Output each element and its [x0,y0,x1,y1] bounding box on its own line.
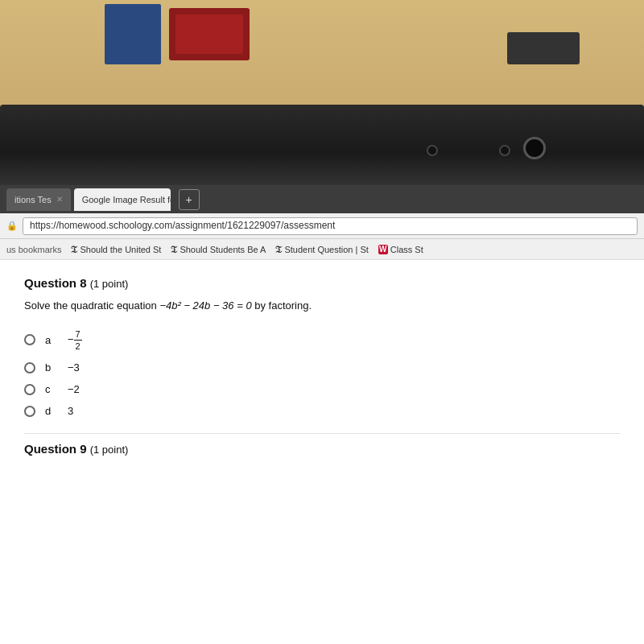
bookmark-2[interactable]: 𝔗 Should Students Be A [171,245,266,254]
bookmark-4-label: Class St [390,245,423,254]
camera-dot-right [499,145,510,156]
bookmark-3[interactable]: 𝔗 Student Question | St [275,245,368,254]
browser-tabs-bar: itions Tes ✕ Google Image Result for i ✕… [0,185,644,213]
shelf-area [0,0,644,97]
bookmark-3-icon: 𝔗 [275,245,282,254]
radio-b[interactable] [24,362,35,374]
bookmark-1[interactable]: 𝔗 Should the United St [71,245,161,254]
bookmark-4-icon: W [378,245,388,254]
question-8: Question 8 (1 point) Solve the quadratic… [24,276,620,417]
question-8-header: Question 8 (1 point) [24,276,620,290]
bookmark-2-label: Should Students Be A [180,245,266,254]
option-b-letter: b [45,361,58,374]
browser-screen: itions Tes ✕ Google Image Result for i ✕… [0,185,644,644]
bookmark-1-icon: 𝔗 [71,245,77,254]
shelf-item-blue [105,4,161,64]
shelf-item-red-inner [175,14,243,54]
tab-2[interactable]: Google Image Result for i ✕ [74,188,171,211]
tab-1-label: itions Tes [14,195,52,204]
question-9-header: Question 9 (1 point) [24,442,620,456]
laptop-bezel [0,105,644,185]
question-divider [24,433,620,434]
address-bar[interactable]: https://homewood.schoology.com/assignmen… [23,217,638,235]
bookmark-3-label: Student Question | St [284,245,368,254]
option-a[interactable]: a − 7 2 [24,328,620,353]
fraction-a: 7 2 [74,328,82,353]
new-tab-button[interactable]: + [179,189,200,210]
question-9: Question 9 (1 point) [24,442,620,456]
tab-1[interactable]: itions Tes ✕ [6,188,71,211]
radio-c[interactable] [24,384,35,395]
option-b[interactable]: b −3 [24,361,620,374]
address-bar-row: 🔒 https://homewood.schoology.com/assignm… [0,213,644,239]
bookmark-1-label: Should the United St [80,245,161,254]
option-c-value: −2 [68,383,80,395]
bookmarks-bar: us bookmarks 𝔗 Should the United St 𝔗 Sh… [0,239,644,260]
camera-dot-left [427,145,438,156]
option-c[interactable]: c −2 [24,383,620,395]
content-area: Question 8 (1 point) Solve the quadratic… [0,260,644,644]
option-c-letter: c [45,383,58,395]
tab-2-label: Google Image Result for i [82,195,171,204]
option-d[interactable]: d 3 [24,405,620,417]
bookmark-4[interactable]: W Class St [378,245,423,254]
tab-1-close[interactable]: ✕ [56,195,63,204]
bookmark-2-icon: 𝔗 [171,245,177,254]
option-a-letter: a [45,334,58,346]
radio-d[interactable] [24,406,35,417]
option-d-value: 3 [68,405,73,417]
bookmarks-label: us bookmarks [6,245,61,254]
option-a-value: − 7 2 [68,328,82,353]
camera-main [523,137,546,159]
option-b-value: −3 [68,361,80,374]
shelf-item-dark [507,32,580,64]
shelf-item-red [169,8,250,60]
question-8-text: Solve the quadratic equation −4b² − 24b … [24,298,620,314]
radio-a[interactable] [24,334,35,345]
option-d-letter: d [45,405,58,417]
lock-icon: 🔒 [6,221,18,231]
